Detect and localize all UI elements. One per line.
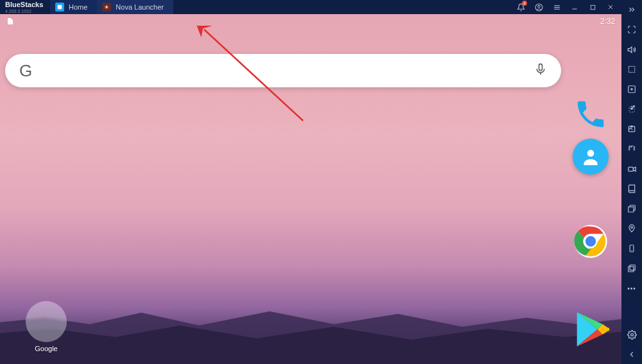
titlebar: BlueStacks 4.260.0.1032 Home Nova Launch… <box>0 0 621 14</box>
folder-icon <box>26 301 67 342</box>
status-bar: 2:32 <box>6 17 615 26</box>
notifications-button[interactable]: 2 <box>516 3 525 12</box>
tab-label: Home <box>69 3 87 11</box>
svg-rect-0 <box>58 5 62 10</box>
status-time: 2:32 <box>600 17 615 26</box>
google-search-bar[interactable]: G <box>5 54 561 87</box>
tab-label: Nova Launcher <box>116 3 164 11</box>
collapse-sidebar-button[interactable] <box>626 4 638 15</box>
svg-point-2 <box>106 6 108 8</box>
window-controls: 2 <box>510 3 621 12</box>
svg-marker-19 <box>628 47 632 53</box>
chrome-app[interactable] <box>573 223 609 259</box>
rotate-button[interactable] <box>626 243 638 254</box>
phone-app[interactable] <box>573 96 609 132</box>
home-screen[interactable]: 2:32 G <box>0 14 621 364</box>
account-button[interactable] <box>534 3 543 12</box>
volume-button[interactable] <box>626 44 638 55</box>
tabs: Home Nova Launcher <box>50 0 510 14</box>
multi-instance-button[interactable] <box>626 203 638 214</box>
svg-rect-27 <box>628 167 633 171</box>
svg-rect-29 <box>629 207 634 212</box>
maximize-button[interactable] <box>588 3 597 12</box>
svg-rect-34 <box>630 265 635 270</box>
file-icon <box>6 17 14 26</box>
record-button[interactable] <box>626 163 638 175</box>
svg-rect-20 <box>629 66 634 72</box>
menu-button[interactable] <box>552 3 561 12</box>
lock-cursor-button[interactable] <box>626 83 638 95</box>
svg-point-17 <box>586 236 596 247</box>
svg-marker-28 <box>633 167 636 171</box>
minimize-button[interactable] <box>570 3 579 12</box>
svg-point-30 <box>631 227 633 229</box>
tab-home[interactable]: Home <box>50 0 97 14</box>
svg-rect-33 <box>629 266 634 272</box>
notification-badge: 2 <box>522 1 527 6</box>
nova-app-icon <box>102 3 111 12</box>
app-name: BlueStacks <box>5 1 43 8</box>
location-button[interactable] <box>626 223 638 234</box>
svg-rect-12 <box>539 64 542 71</box>
tab-nova-launcher[interactable]: Nova Launcher <box>97 0 173 14</box>
wallpaper-mountains <box>0 287 621 364</box>
play-store-app[interactable] <box>569 308 612 351</box>
mic-icon[interactable] <box>534 62 547 79</box>
svg-point-22 <box>631 89 632 90</box>
home-app-icon <box>55 3 64 12</box>
macro-button[interactable] <box>626 183 638 195</box>
app-version: 4.260.0.1032 <box>5 9 43 13</box>
settings-button[interactable] <box>626 329 638 340</box>
sidebar-toolbar: ••• <box>621 0 642 364</box>
more-button[interactable]: ••• <box>626 282 638 294</box>
svg-rect-9 <box>591 5 594 9</box>
install-apk-button[interactable] <box>626 103 638 115</box>
google-folder[interactable]: Google <box>26 301 67 352</box>
app-logo: BlueStacks 4.260.0.1032 <box>0 1 50 13</box>
shake-button[interactable] <box>626 143 638 155</box>
media-folder-button[interactable] <box>626 263 638 274</box>
keymap-button[interactable] <box>626 64 638 75</box>
google-logo-icon: G <box>19 61 32 81</box>
svg-point-4 <box>537 5 539 7</box>
svg-point-14 <box>587 150 594 157</box>
screenshot-button[interactable] <box>626 123 638 135</box>
contacts-app[interactable] <box>573 139 609 175</box>
svg-point-35 <box>630 333 633 336</box>
back-button[interactable] <box>626 349 638 360</box>
folder-label: Google <box>35 345 57 352</box>
close-button[interactable] <box>606 3 615 12</box>
fullscreen-button[interactable] <box>626 24 638 35</box>
